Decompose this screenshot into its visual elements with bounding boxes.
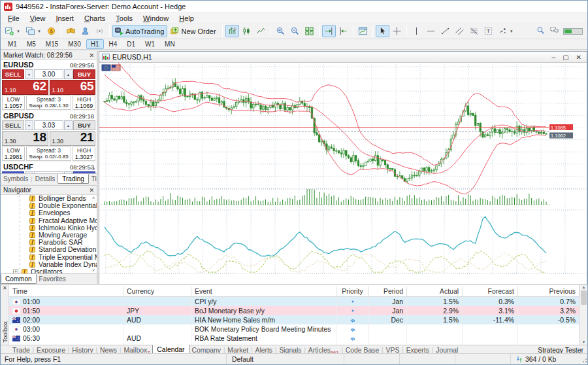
indicators-button[interactable] xyxy=(356,25,370,37)
menu-view[interactable]: View xyxy=(25,14,51,23)
tree-item-variable-index-dyna[interactable]: fVariable Index Dyna xyxy=(1,261,97,268)
timeframe-MN[interactable]: MN xyxy=(160,39,180,49)
chart-window-titlebar[interactable]: EURUSD,H1 – ▢ ✕ xyxy=(99,52,587,63)
horizontal-line-icon xyxy=(426,26,436,36)
horizontal-line-button[interactable] xyxy=(424,25,438,37)
symbol-name-row[interactable]: USDCHF08:29:53 xyxy=(1,162,97,171)
calendar-row[interactable]: 05:30AUDRBA Rate Statement xyxy=(9,334,580,343)
chart-minimize-button[interactable]: – xyxy=(552,54,556,61)
tree-item-double-exponential[interactable]: fDouble Exponential xyxy=(1,202,97,209)
calendar-row[interactable]: 03:00BOK Monetary Policy Board Meeting M… xyxy=(9,324,580,334)
volume-dropdown-icon[interactable]: ▼ xyxy=(25,69,33,79)
volume-dropdown-icon[interactable]: ▼ xyxy=(25,120,33,130)
menu-window[interactable]: Window xyxy=(138,14,174,23)
auto-scroll-button[interactable] xyxy=(322,25,336,37)
new-order-button[interactable]: New Order xyxy=(168,25,219,37)
symbol-name-row[interactable]: GBPUSD08:29:18 xyxy=(1,111,97,120)
menu-insert[interactable]: Insert xyxy=(50,14,79,23)
tile-windows-button[interactable] xyxy=(302,25,316,37)
market-watch-button[interactable] xyxy=(64,25,78,37)
tab-symbols[interactable]: Symbols xyxy=(1,175,31,183)
tree-item-envelopes[interactable]: fEnvelopes xyxy=(1,209,97,217)
tree-item-standard-deviation[interactable]: fStandard Deviation xyxy=(1,246,97,253)
navigator-close-icon[interactable]: ✕ xyxy=(89,187,94,194)
crosshair-button[interactable] xyxy=(390,25,404,37)
tree-item-ichimoku-kinko-hyo[interactable]: fIchimoku Kinko Hyo xyxy=(1,224,97,232)
calendar-row[interactable]: 01:50JPYBoJ Monetary Base y/yJan2.9%3.1%… xyxy=(9,306,580,315)
vertical-line-button[interactable] xyxy=(410,25,423,37)
timeframe-H4[interactable]: H4 xyxy=(105,39,122,49)
menu-charts[interactable]: Charts xyxy=(79,14,110,23)
profiles-button[interactable]: ▼ xyxy=(24,25,44,37)
scroll-down-icon[interactable]: ▼ xyxy=(580,340,587,344)
timeframe-H1[interactable]: H1 xyxy=(86,39,104,49)
zoom-in-button[interactable] xyxy=(274,25,287,37)
candlestick-chart-button[interactable] xyxy=(240,25,253,37)
market-watch-scroll-icon[interactable]: ˅ xyxy=(92,166,95,172)
autotrading-button[interactable]: AutoTrading xyxy=(112,25,168,37)
timeframe-D1[interactable]: D1 xyxy=(122,39,140,49)
tree-item-parabolic-sar[interactable]: fParabolic SAR xyxy=(1,239,97,246)
timeframe-M15[interactable]: M15 xyxy=(41,39,63,49)
buy-button[interactable]: BUY xyxy=(73,69,95,79)
menu-tools[interactable]: Tools xyxy=(110,14,138,23)
tree-item-triple-exponential-m[interactable]: fTriple Exponential M xyxy=(1,254,97,261)
volume-input[interactable]: 3.00 xyxy=(34,69,63,79)
chart-close-button[interactable]: ✕ xyxy=(576,54,581,61)
bar-chart-button[interactable]: 1 xyxy=(225,25,239,37)
scroll-up-icon[interactable]: ▲ xyxy=(580,285,587,289)
timeframe-W1[interactable]: W1 xyxy=(140,39,159,49)
text-label-button[interactable]: T xyxy=(482,25,495,37)
tab-ticks[interactable]: Ticks xyxy=(89,175,97,183)
arrow-objects-button[interactable]: ▼ xyxy=(496,25,516,37)
resize-grip[interactable] xyxy=(581,358,587,364)
calendar-row[interactable]: 01:00CPI y/yJan1.5%0.3%0.7% xyxy=(9,297,580,306)
price-chart[interactable]: 1.10651.1062 xyxy=(99,63,587,284)
chart-shift-button[interactable] xyxy=(336,25,350,37)
tree-item-fractal-adaptive-mo[interactable]: fFractal Adaptive Mo xyxy=(1,217,97,224)
deposit-button[interactable]: $ xyxy=(44,25,58,37)
volume-up-icon[interactable]: ▲ xyxy=(64,69,73,79)
equidistant-channel-button[interactable] xyxy=(453,25,466,37)
signals-button[interactable] xyxy=(93,25,106,37)
volume-up-icon[interactable]: ▲ xyxy=(64,120,73,130)
market-watch-close-icon[interactable]: ✕ xyxy=(89,52,94,59)
chart-icon xyxy=(102,54,110,60)
new-chart-button[interactable]: ▼ xyxy=(3,25,23,37)
tree-item-moving-average[interactable]: fMoving Average xyxy=(1,232,97,239)
tab-details[interactable]: Details xyxy=(33,175,58,183)
search-icon[interactable] xyxy=(536,26,546,37)
tab-trading[interactable]: Trading xyxy=(57,174,89,184)
sell-button[interactable]: SELL xyxy=(2,120,24,130)
trendline-button[interactable] xyxy=(438,25,452,37)
sell-button[interactable]: SELL xyxy=(2,69,24,79)
toolbox-close-icon[interactable]: ✕ xyxy=(3,285,7,291)
chart-maximize-button[interactable]: ▢ xyxy=(563,54,568,61)
column-header-event: Event xyxy=(191,287,336,296)
tree-item-bollinger-bands[interactable]: fBollinger Bands xyxy=(1,195,97,202)
fibonacci-icon xyxy=(469,26,479,36)
community-button[interactable] xyxy=(78,25,92,37)
menu-file[interactable]: File xyxy=(3,14,25,23)
toolbar: ▼▼$AutoTradingNew Order1T▼ xyxy=(1,24,587,39)
scrollbar-thumb[interactable] xyxy=(581,290,587,305)
tree-item-oscillators[interactable]: +fOscillators xyxy=(1,268,97,273)
chat-icon[interactable] xyxy=(549,26,559,37)
buy-button[interactable]: BUY xyxy=(73,120,95,130)
crosshair-icon xyxy=(392,26,402,36)
indicator-icon: f xyxy=(29,232,35,238)
fibonacci-button[interactable] xyxy=(467,25,481,37)
timeframe-M5[interactable]: M5 xyxy=(22,39,41,49)
calendar-row[interactable]: 02:00AUDHIA New Home Sales m/mDec1.5%-11… xyxy=(9,315,580,324)
calendar-scrollbar[interactable]: ▲ ▼ xyxy=(580,285,587,345)
volume-input[interactable]: 3.03 xyxy=(34,120,63,130)
tab-common[interactable]: Common xyxy=(1,274,37,284)
timeframe-M1[interactable]: M1 xyxy=(3,39,22,49)
timeframe-M30[interactable]: M30 xyxy=(63,39,85,49)
cursor-button[interactable] xyxy=(376,25,389,37)
line-chart-button[interactable] xyxy=(254,25,268,37)
menu-help[interactable]: Help xyxy=(174,14,199,23)
symbol-name-row[interactable]: EURUSD08:29:56 xyxy=(1,60,97,69)
tab-favorites[interactable]: Favorites xyxy=(37,275,69,283)
zoom-out-button[interactable] xyxy=(288,25,302,37)
